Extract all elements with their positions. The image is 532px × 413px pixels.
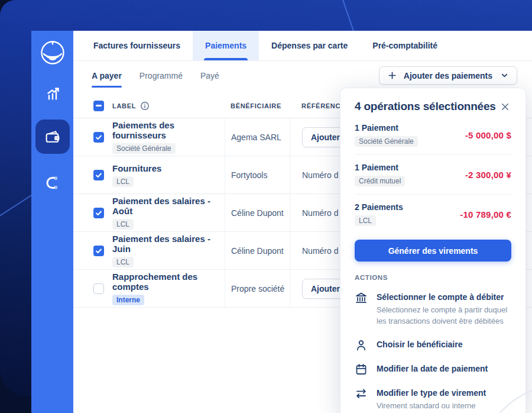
swap-arrows-icon — [355, 387, 368, 400]
action-sublabel: Virement standard ou interne — [377, 401, 486, 412]
action-label: Choisir le bénéficiaire — [377, 338, 463, 349]
column-label-text: LABEL — [112, 102, 136, 109]
column-header-label: LABEL — [112, 101, 225, 111]
tab-factures-fournisseurs[interactable]: Factures fournisseurs — [81, 31, 193, 60]
reference-cell: Numéro d — [290, 170, 338, 180]
actions-section-title: ACTIONS — [355, 274, 511, 281]
selection-panel: 4 opérations sélectionnées 1 Paiement So… — [340, 88, 526, 413]
summary-amount: -5 000,00 $ — [465, 130, 511, 140]
row-title: Paiement des salaires - Juin — [112, 234, 225, 254]
subtab-label: Payé — [200, 71, 219, 80]
summary-count: 1 Paiement — [355, 163, 405, 172]
person-icon — [355, 338, 368, 351]
check-icon — [95, 172, 102, 179]
calendar-icon — [355, 363, 368, 376]
plus-icon — [387, 70, 397, 80]
summary-count: 2 Paiements — [355, 202, 403, 212]
sidebar-item-payments[interactable] — [35, 120, 70, 154]
bank-badge: LCL — [112, 219, 134, 230]
bank-icon — [355, 291, 368, 304]
add-payments-button[interactable]: Ajouter des paiements — [379, 66, 517, 85]
reference-cell: Numéro d — [290, 246, 338, 256]
row-title: Rapprochement des comptes — [112, 272, 225, 292]
wave-circle-icon — [39, 39, 66, 66]
beneficiary-cell: Céline Dupont — [225, 246, 284, 256]
interne-badge: Interne — [112, 295, 144, 305]
sidebar-item-analytics[interactable] — [44, 85, 61, 102]
row-title: Paiement des salaires - Août — [112, 196, 225, 216]
row-checkbox[interactable] — [93, 170, 104, 180]
sidebar — [31, 31, 73, 413]
subtab-a-payer[interactable]: A payer — [92, 61, 122, 90]
action-edit-transfer-type[interactable]: Modifier le type de virement Virement st… — [355, 387, 511, 412]
column-label-text: BÉNÉFICIAIRE — [231, 102, 281, 109]
beneficiary-cell: Agema SARL — [225, 133, 281, 142]
column-header-beneficiaire: BÉNÉFICIAIRE — [225, 102, 290, 109]
tab-depenses-par-carte[interactable]: Dépenses par carte — [259, 31, 360, 60]
subtab-paye[interactable]: Payé — [200, 61, 219, 90]
summary-row: 1 Paiement Société Générale -5 000,00 $ — [355, 115, 511, 154]
app-window: Factures fournisseurs Paiements Dépenses… — [0, 0, 532, 413]
check-icon — [95, 247, 102, 254]
summary-bank-badge: LCL — [355, 215, 376, 226]
chevron-down-icon — [500, 71, 509, 80]
top-tab-bar: Factures fournisseurs Paiements Dépenses… — [73, 31, 532, 61]
tab-label: Paiements — [205, 41, 246, 50]
magnet-icon — [44, 175, 60, 191]
row-checkbox[interactable] — [93, 208, 104, 218]
action-edit-payment-date[interactable]: Modifier la date de paiement — [355, 363, 511, 376]
sidebar-item-categorization[interactable] — [44, 174, 61, 191]
info-icon[interactable] — [140, 101, 150, 111]
tab-label: Factures fournisseurs — [93, 41, 180, 50]
column-label-text: RÉFÉRENCE — [301, 102, 345, 109]
analytics-icon — [44, 85, 61, 102]
beneficiary-cell: Fortytools — [225, 170, 267, 180]
row-checkbox[interactable] — [93, 246, 104, 256]
row-checkbox[interactable] — [93, 283, 104, 294]
summary-count: 1 Paiement — [355, 123, 418, 133]
indeterminate-mark — [96, 105, 102, 107]
tab-label: Dépenses par carte — [271, 41, 348, 50]
summary-row: 1 Paiement Crédit mutuel -2 300,00 ¥ — [355, 154, 511, 194]
panel-title: 4 opérations sélectionnées — [355, 100, 496, 113]
subtab-label: A payer — [92, 71, 122, 80]
generate-transfers-button[interactable]: Générer des virements — [355, 240, 511, 262]
action-label: Modifier le type de virement — [377, 387, 486, 398]
summary-row: 2 Paiements LCL -10 789,00 € — [355, 194, 511, 234]
row-title: Fournitures — [112, 163, 225, 173]
action-choose-beneficiary[interactable]: Choisir le bénéficiaire — [355, 338, 511, 351]
row-checkbox[interactable] — [93, 132, 104, 143]
close-icon — [500, 102, 510, 112]
subtab-label: Programmé — [140, 71, 183, 80]
summary-bank-badge: Crédit mutuel — [355, 176, 405, 186]
action-label: Sélectionner le compte à débiter — [377, 291, 511, 302]
beneficiary-cell: Propre société — [225, 284, 284, 293]
check-icon — [95, 209, 102, 217]
bank-badge: LCL — [112, 176, 134, 187]
tab-paiements[interactable]: Paiements — [193, 31, 259, 60]
bank-badge: LCL — [112, 257, 134, 267]
row-title: Paiements des fournisseurs — [112, 120, 225, 140]
summary-bank-badge: Société Générale — [355, 136, 418, 147]
bank-badge: Société Générale — [112, 143, 176, 154]
reference-cell: Numéro d — [290, 208, 338, 218]
action-select-debit-account[interactable]: Sélectionner le compte à débiter Sélecti… — [355, 291, 511, 327]
summary-amount: -2 300,00 ¥ — [465, 170, 511, 180]
app-logo[interactable] — [39, 39, 66, 66]
tab-label: Pré-comptabilité — [372, 41, 437, 50]
check-icon — [95, 134, 102, 141]
select-all-checkbox[interactable] — [93, 101, 104, 111]
subtab-programme[interactable]: Programmé — [140, 61, 183, 90]
action-label: Modifier la date de paiement — [377, 363, 488, 373]
action-sublabel: Sélectionnez le compte à partir duquel l… — [377, 305, 511, 327]
beneficiary-cell: Céline Dupont — [225, 208, 284, 218]
tab-pre-comptabilite[interactable]: Pré-comptabilité — [360, 31, 450, 60]
close-panel-button[interactable] — [499, 101, 511, 113]
wallet-icon — [44, 129, 60, 145]
add-payments-label: Ajouter des paiements — [404, 71, 492, 80]
summary-amount: -10 789,00 € — [460, 209, 511, 220]
sub-tab-bar: A payer Programmé Payé Ajouter des paiem… — [73, 61, 532, 90]
